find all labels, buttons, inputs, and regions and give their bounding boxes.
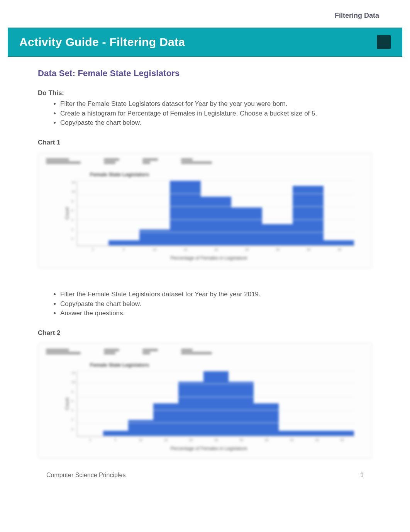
histogram-bar xyxy=(293,186,323,246)
chart2-label: Chart 2 xyxy=(38,329,372,337)
histogram-bar xyxy=(262,224,293,246)
chart1-label: Chart 1 xyxy=(38,139,372,146)
histogram-bar xyxy=(304,431,329,436)
title-bar: Activity Guide - Filtering Data xyxy=(8,27,402,57)
y-ticks: 121086420 xyxy=(71,180,77,246)
y-ticks: 121086420 xyxy=(71,371,77,437)
footer: Computer Science Principles 1 xyxy=(8,468,402,479)
list-item: Answer the questions. xyxy=(60,309,372,318)
histogram-bar xyxy=(324,240,354,246)
histogram-bar xyxy=(128,420,153,436)
bars-region xyxy=(77,371,355,437)
histogram-bar xyxy=(139,229,170,246)
y-axis-label: Count xyxy=(63,371,71,437)
footer-page: 1 xyxy=(360,472,364,479)
histogram-bar xyxy=(229,382,254,436)
bars-region xyxy=(77,180,355,246)
histogram-bar xyxy=(201,197,231,246)
chart-title: Female State Legislators xyxy=(90,172,355,177)
footer-left: Computer Science Principles xyxy=(46,472,125,479)
x-ticks: 0510152025303540 xyxy=(78,248,355,252)
histogram-bar xyxy=(279,431,304,436)
list-item: Filter the Female State Legislators data… xyxy=(60,99,372,109)
list-item: Copy/paste the chart below. xyxy=(60,299,372,309)
section-heading: Data Set: Female State Legislators xyxy=(38,68,372,78)
histogram-bar xyxy=(103,431,128,436)
instructions-list-b: Filter the Female State Legislators data… xyxy=(38,290,372,318)
histogram-bar xyxy=(170,180,200,246)
chart-toolbar xyxy=(44,347,366,358)
chart-1: Female State Legislators Count 121086420… xyxy=(38,153,372,268)
header-top-label: Filtering Data xyxy=(8,12,402,27)
page-title: Activity Guide - Filtering Data xyxy=(19,36,185,49)
histogram-bar xyxy=(153,403,178,436)
do-this-label: Do This: xyxy=(38,89,372,97)
list-item: Create a histogram for Percentage of Fem… xyxy=(60,109,372,119)
instructions-list-a: Filter the Female State Legislators data… xyxy=(38,99,372,128)
x-axis-label: Percentage of Females in Legislature xyxy=(63,255,355,261)
histogram-bar xyxy=(178,382,203,436)
histogram-bar xyxy=(231,207,262,246)
histogram-bar xyxy=(108,240,139,246)
chart-2: Female State Legislators Count 121086420… xyxy=(38,343,372,459)
y-axis-label: Count xyxy=(63,180,71,246)
x-ticks: 05101520253035404550 xyxy=(78,438,355,442)
histogram-bar xyxy=(329,431,354,436)
chart-title: Female State Legislators xyxy=(90,362,355,368)
title-badge-icon xyxy=(377,35,391,49)
list-item: Filter the Female State Legislators data… xyxy=(60,290,372,299)
list-item: Copy/paste the chart below. xyxy=(60,118,372,128)
histogram-bar xyxy=(203,371,229,436)
chart-toolbar xyxy=(44,157,366,168)
x-axis-label: Percentage of Females in Legislature xyxy=(63,446,355,451)
histogram-bar xyxy=(254,403,279,436)
